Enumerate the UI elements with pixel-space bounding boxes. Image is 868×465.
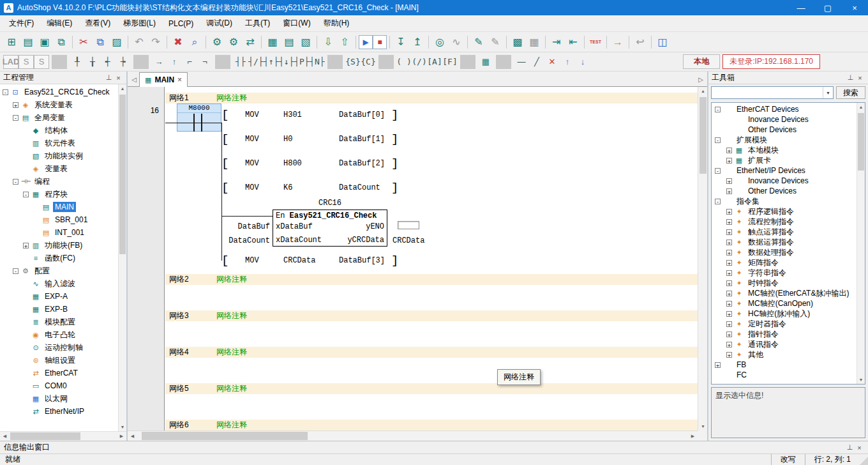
delete-icon[interactable]: ✖	[170, 34, 186, 50]
network-comment[interactable]: 网络注释	[216, 347, 247, 358]
paste-icon[interactable]: ▨	[108, 34, 125, 50]
contact-falling-icon[interactable]: ┤↓├	[279, 55, 294, 69]
insert-row-above-icon[interactable]: ╀	[70, 55, 85, 69]
insert-row-below-icon[interactable]: ╁	[85, 55, 100, 69]
login-icon[interactable]: →	[610, 34, 626, 50]
tbx-inovance-devices[interactable]: Inovance Devices	[712, 114, 857, 125]
mov-instruction[interactable]: [ MOV H0 DataBuf[1] ]	[221, 132, 403, 147]
upload-plc-icon[interactable]: ↥	[409, 34, 426, 50]
mov-instruction[interactable]: [ MOV CRCData DataBuf[3] ]	[221, 253, 403, 268]
copy-icon[interactable]: ⧉	[92, 34, 108, 50]
scroll-thumb[interactable]	[119, 95, 126, 254]
tree-item-program-blocks[interactable]: - ▦ 程序块	[0, 188, 118, 201]
expander-icon[interactable]: +	[726, 178, 732, 184]
element-monitor-icon[interactable]: ▩	[509, 34, 526, 50]
scroll-thumb[interactable]	[142, 432, 308, 440]
expander-icon[interactable]: +	[23, 243, 29, 248]
menu-plc[interactable]: PLC(P)	[162, 17, 200, 31]
close-panel-icon[interactable]: ×	[855, 444, 864, 452]
editor-vscrollbar[interactable]: ▲ ▼	[698, 87, 707, 431]
network-header[interactable]: 网络2 网络注释	[165, 274, 698, 285]
project-tree-hscrollbar[interactable]: ◀ ▶	[0, 431, 126, 441]
application-f-icon[interactable]: [F]	[442, 55, 458, 69]
close-panel-icon[interactable]: ×	[114, 74, 123, 82]
tree-item-ethercat[interactable]: ⇄ EtherCAT	[0, 367, 118, 379]
instruction-destination[interactable]: DataBuf[0]	[339, 107, 385, 123]
tbx-string[interactable]: + ✦ 字符串指令	[712, 268, 857, 278]
expander-icon[interactable]: +	[726, 240, 732, 245]
tbx-ethernet-ip-devices[interactable]: - EtherNet/IP Devices	[712, 165, 857, 176]
tree-item-fb-instance[interactable]: ▧ 功能块实例	[0, 149, 118, 162]
network-header[interactable]: 网络3 网络注释	[165, 310, 698, 321]
expander-icon[interactable]: +	[726, 332, 732, 337]
tbx-others[interactable]: + ✦ 其他	[712, 349, 857, 360]
network[interactable]: 网络4 网络注释	[165, 347, 698, 383]
fb-argument[interactable]: DataCount	[223, 236, 270, 245]
expander-icon[interactable]: +	[726, 311, 732, 317]
expander-icon[interactable]: -	[13, 115, 19, 121]
mov-instruction[interactable]: [ MOV H301 DataBuf[0] ]	[221, 107, 403, 123]
network-body[interactable]	[165, 394, 698, 420]
ladder-view-icon[interactable]: ▦	[264, 34, 281, 50]
expander-icon[interactable]: -	[3, 89, 8, 95]
application-a-icon[interactable]: [A]	[427, 55, 442, 69]
expander-icon[interactable]: -	[13, 268, 19, 274]
tbx-local-modules[interactable]: + ▦ 本地模块	[712, 145, 857, 155]
tab-main[interactable]: ▦ MAIN ×	[139, 72, 188, 87]
network-body[interactable]: M8000 [ MOV	[165, 103, 698, 274]
expander-icon[interactable]: +	[726, 250, 732, 255]
menu-ladder[interactable]: 梯形图(L)	[117, 15, 162, 31]
tree-item-ethernet-ip[interactable]: ⇄ EtherNet/IP	[0, 405, 118, 418]
tab-scroll-left-icon[interactable]: ◁	[129, 73, 139, 86]
fb-output-value-box[interactable]	[398, 221, 419, 229]
scroll-down-icon[interactable]: ▼	[857, 376, 865, 384]
function-block-icon[interactable]: ▦	[478, 55, 493, 69]
expander-icon[interactable]: -	[715, 107, 721, 112]
contact-p-icon[interactable]: ┤P├	[294, 55, 310, 69]
instruction-destination[interactable]: DataBuf[3]	[339, 253, 385, 268]
compile-all-icon[interactable]: ⚙	[225, 34, 242, 50]
expander-icon[interactable]: +	[726, 260, 732, 266]
tbx-fb[interactable]: + FB	[712, 360, 857, 370]
contact-rising-icon[interactable]: ┤↑├	[264, 55, 279, 69]
menu-view[interactable]: 查看(V)	[79, 15, 117, 31]
undo-icon[interactable]: ↶	[131, 34, 147, 50]
scroll-thumb[interactable]	[10, 432, 80, 440]
tab-close-icon[interactable]: ×	[177, 75, 182, 84]
scroll-right-icon[interactable]: ▶	[688, 431, 698, 441]
search-button[interactable]: 搜索	[836, 86, 865, 99]
tree-item-int001[interactable]: ▤ INT_001	[0, 226, 118, 239]
menu-help[interactable]: 帮助(H)	[317, 15, 356, 31]
instruction-destination[interactable]: DataCount	[339, 180, 380, 195]
pin-icon[interactable]: ⊥	[845, 443, 855, 452]
coil-icon[interactable]: ( )	[396, 55, 412, 69]
tree-item-ecam[interactable]: ◉ 电子凸轮	[0, 328, 118, 341]
expander-icon[interactable]: -	[715, 199, 721, 204]
menu-edit[interactable]: 编辑(E)	[40, 15, 79, 31]
fb-argument[interactable]: DataBuf	[229, 222, 270, 231]
open-project-icon[interactable]: ▤	[20, 34, 36, 50]
wire-right-icon[interactable]: →	[151, 55, 167, 69]
st-convert-icon[interactable]: S	[19, 55, 34, 69]
resize-grip[interactable]	[860, 457, 868, 465]
contact-closed-icon[interactable]: ┤/├	[248, 55, 264, 69]
tree-item-system-var-table[interactable]: + ◈ 系统变量表	[0, 98, 118, 111]
move-up-icon[interactable]: ↑	[560, 55, 575, 69]
back-icon[interactable]: ↩	[632, 34, 648, 50]
tree-item-com0[interactable]: ▭ COM0	[0, 379, 118, 392]
oscilloscope-icon[interactable]: ∿	[448, 34, 465, 50]
scroll-left-icon[interactable]: ◀	[0, 432, 10, 441]
tbx-data-processing[interactable]: + ✦ 数据处理指令	[712, 247, 857, 257]
scroll-up-icon[interactable]: ▲	[699, 87, 707, 95]
tbx-ethercat-devices[interactable]: - EtherCAT Devices	[712, 104, 857, 114]
project-tree-vscrollbar[interactable]: ▲ ▼	[118, 84, 126, 431]
menu-debug[interactable]: 调试(D)	[200, 15, 239, 31]
ladder-check-icon[interactable]: ▧	[297, 34, 314, 50]
monitor-edit-icon[interactable]: ✎	[487, 34, 504, 50]
network[interactable]: 网络3 网络注释	[165, 310, 698, 347]
run-icon[interactable]: ▶	[359, 35, 373, 49]
hline-icon[interactable]: —	[514, 55, 529, 69]
save-all-icon[interactable]: ⧉	[53, 34, 70, 50]
expander-icon[interactable]: +	[726, 219, 732, 225]
search-icon[interactable]: ⌕	[186, 34, 203, 50]
